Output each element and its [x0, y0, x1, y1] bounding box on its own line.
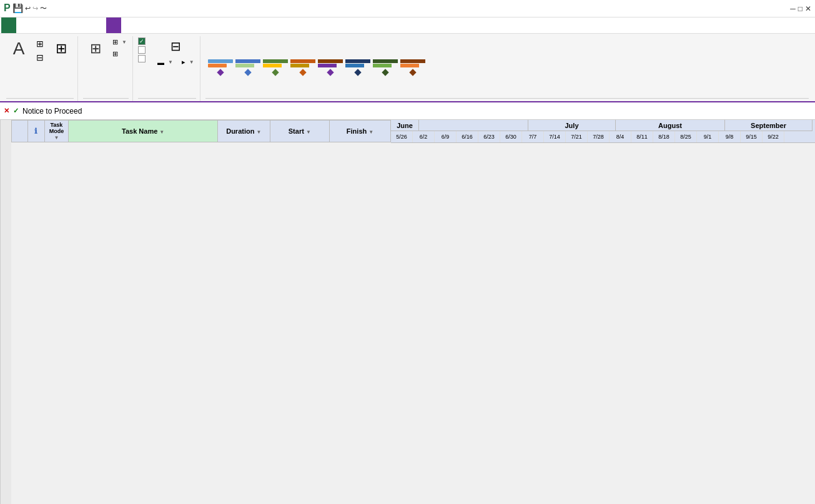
- task-path-button[interactable]: ⊟: [156, 37, 196, 55]
- week-825: 8/25: [675, 131, 697, 142]
- gantt-style-2[interactable]: [235, 59, 260, 76]
- header-task-name[interactable]: Task Name ▼: [69, 121, 218, 142]
- task-path-icon: ⊟: [170, 39, 181, 54]
- week-714: 7/14: [544, 131, 566, 142]
- slack-check: [138, 46, 146, 54]
- week-630: 6/30: [500, 131, 522, 142]
- week-98: 9/8: [719, 131, 741, 142]
- week-728: 7/28: [588, 131, 610, 142]
- activity-icon[interactable]: 〜: [40, 4, 47, 13]
- layout-button[interactable]: ⊟: [34, 51, 46, 64]
- gantt-style-4[interactable]: [290, 59, 315, 76]
- title-bar: P 💾 ↩ ↪ 〜 ─ □ ✕: [0, 0, 815, 17]
- week-91: 9/1: [697, 131, 719, 142]
- tab-report[interactable]: [46, 17, 61, 33]
- column-settings-icon: ⊞: [112, 38, 118, 46]
- custom-fields-button[interactable]: ⊞: [111, 49, 129, 59]
- header-task-mode[interactable]: Task Mode ▼: [44, 121, 69, 142]
- week-922: 9/22: [763, 131, 784, 142]
- tab-resource[interactable]: [31, 17, 46, 33]
- layout-icon: ⊟: [36, 52, 44, 62]
- gantt-container: ℹ Task Mode ▼ Task Name ▼ Duration ▼ Sta…: [11, 120, 815, 504]
- july-label: July: [528, 120, 616, 131]
- gantt-style-6[interactable]: [345, 59, 370, 76]
- gridlines-button[interactable]: ⊞: [34, 37, 46, 50]
- ribbon-tabs: [0, 17, 815, 34]
- baseline-button[interactable]: ▬ ▼: [156, 57, 175, 67]
- critical-tasks-check: ✓: [138, 37, 146, 45]
- format-buttons: A ⊞ ⊟ ⊞: [6, 37, 74, 98]
- late-tasks-checkbox[interactable]: [138, 55, 148, 62]
- insert-column-button[interactable]: ⊞: [49, 37, 74, 60]
- ribbon-group-gantt-style: [202, 36, 813, 101]
- ribbon-group-format: A ⊞ ⊟ ⊞: [2, 36, 78, 101]
- tab-project[interactable]: [61, 17, 76, 33]
- slippage-button[interactable]: ▸ ▼: [180, 57, 196, 67]
- week-row: 5/26 6/2 6/9 6/16 6/23 6/30 7/7 7/14 7/2…: [391, 131, 815, 142]
- late-tasks-check: [138, 55, 146, 62]
- header-info: ℹ: [28, 121, 44, 142]
- formula-cancel[interactable]: ✕: [4, 107, 9, 115]
- main-content: ℹ Task Mode ▼ Task Name ▼ Duration ▼ Sta…: [0, 120, 815, 504]
- critical-tasks-checkbox[interactable]: ✓: [138, 37, 148, 45]
- tab-task[interactable]: [16, 17, 31, 33]
- app-icon: P: [4, 2, 11, 14]
- header-row-num: [12, 121, 28, 142]
- task-pane: ℹ Task Mode ▼ Task Name ▼ Duration ▼ Sta…: [11, 120, 391, 504]
- header-duration[interactable]: Duration ▼: [218, 121, 270, 142]
- tab-developer[interactable]: [91, 17, 106, 33]
- chart-pane: June July August September 5/26 6/2 6/9 …: [391, 120, 815, 504]
- gantt-style-8[interactable]: [400, 59, 425, 76]
- redo-icon[interactable]: ↪: [32, 4, 38, 12]
- ribbon: A ⊞ ⊟ ⊞ ⊞: [0, 34, 815, 102]
- format-col-icon: ⊞: [86, 39, 106, 59]
- formula-input[interactable]: [22, 107, 811, 116]
- gantt-style-group-label: [205, 98, 809, 100]
- save-icon[interactable]: 💾: [12, 3, 23, 13]
- week-623: 6/23: [478, 131, 500, 142]
- week-62: 6/2: [413, 131, 435, 142]
- task-table: ℹ Task Mode ▼ Task Name ▼ Duration ▼ Sta…: [11, 120, 391, 142]
- column-settings-button[interactable]: ⊞ ▼: [111, 37, 129, 47]
- june-weeks-span: [419, 120, 528, 131]
- columns-group-label: [83, 98, 129, 100]
- september-label: September: [725, 120, 813, 131]
- header-start[interactable]: Start ▼: [270, 121, 329, 142]
- gantt-style-7[interactable]: [373, 59, 398, 76]
- minimize-btn[interactable]: ─: [790, 4, 796, 13]
- text-styles-button[interactable]: A: [6, 37, 31, 60]
- custom-fields-icon: ⊞: [112, 50, 118, 58]
- format-columns-button[interactable]: ⊞: [83, 37, 108, 60]
- week-77: 7/7: [522, 131, 544, 142]
- bar-styles-group-label: [138, 98, 196, 100]
- formula-bar: ✕ ✓: [0, 102, 815, 120]
- month-row: June July August September: [391, 120, 815, 131]
- gantt-style-5[interactable]: [318, 59, 343, 76]
- undo-icon[interactable]: ↩: [25, 4, 31, 12]
- dropdown-arrow: ▼: [122, 39, 127, 45]
- june-label: June: [391, 120, 419, 131]
- gridlines-icon: ⊞: [36, 39, 44, 49]
- info-icon: ℹ: [34, 127, 37, 136]
- window-controls[interactable]: ─ □ ✕: [790, 4, 811, 13]
- tab-view[interactable]: [76, 17, 91, 33]
- header-finish[interactable]: Finish ▼: [330, 121, 391, 142]
- ribbon-group-columns: ⊞ ⊞ ▼ ⊞: [79, 36, 133, 101]
- format-group-label: [6, 98, 74, 100]
- formula-confirm[interactable]: ✓: [13, 107, 19, 115]
- week-616: 6/16: [457, 131, 478, 142]
- week-915: 9/15: [741, 131, 763, 142]
- side-label: [0, 120, 11, 504]
- gantt-style-3[interactable]: [263, 59, 288, 76]
- slack-checkbox[interactable]: [138, 46, 148, 54]
- baseline-icon: ▬: [157, 59, 164, 66]
- text-styles-icon: A: [9, 39, 29, 59]
- tab-file[interactable]: [1, 17, 16, 33]
- week-721: 7/21: [566, 131, 588, 142]
- chart-header: June July August September 5/26 6/2 6/9 …: [391, 120, 815, 143]
- tab-format[interactable]: [106, 17, 121, 33]
- close-btn[interactable]: ✕: [805, 4, 811, 13]
- gantt-style-1[interactable]: [208, 59, 233, 76]
- insert-column-icon: ⊞: [51, 39, 71, 59]
- maximize-btn[interactable]: □: [798, 4, 803, 13]
